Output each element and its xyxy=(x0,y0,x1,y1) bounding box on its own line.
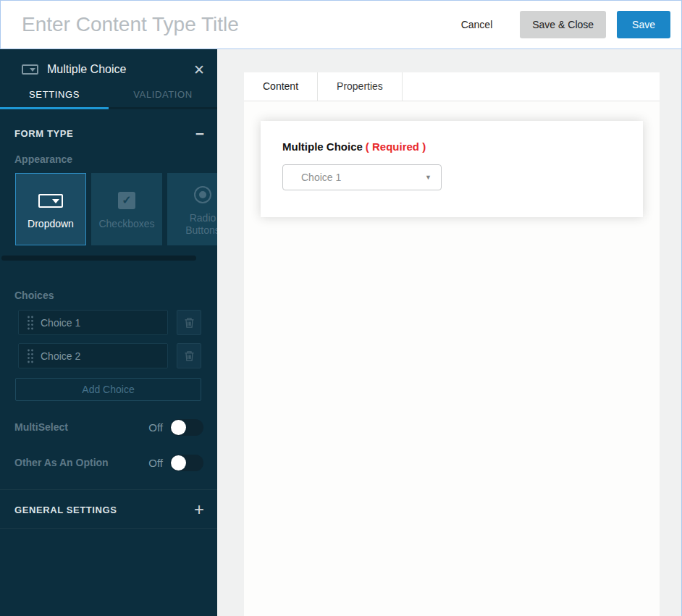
delete-choice-button[interactable] xyxy=(177,343,201,368)
choice-select[interactable]: Choice 1 ▼ xyxy=(282,164,442,190)
trash-icon xyxy=(184,350,195,362)
toggle-knob xyxy=(171,455,186,471)
content-type-title-input[interactable] xyxy=(1,13,461,36)
delete-choice-button[interactable] xyxy=(177,310,201,335)
appearance-option-label: Checkboxes xyxy=(98,218,154,230)
tab-validation[interactable]: VALIDATION xyxy=(109,81,217,109)
collapse-icon[interactable]: − xyxy=(195,129,204,139)
toggle-knob xyxy=(171,420,186,435)
expand-icon[interactable]: + xyxy=(194,504,204,515)
tab-content[interactable]: Content xyxy=(244,72,318,101)
main-area: Content Properties Multiple Choice( Requ… xyxy=(217,49,682,616)
form-builder-window: Cancel Save & Close Save Multiple Choice… xyxy=(0,0,682,616)
required-badge: ( Required ) xyxy=(366,140,426,153)
drag-handle-icon[interactable] xyxy=(27,315,34,331)
trash-icon xyxy=(184,317,195,329)
chevron-down-icon: ▼ xyxy=(425,174,431,181)
other-option-state: Off xyxy=(148,457,163,469)
appearance-option-label: Dropdown xyxy=(28,218,74,230)
drag-handle-icon[interactable] xyxy=(27,348,34,364)
field-name: Multiple Choice xyxy=(282,140,363,153)
multiselect-setting: MultiSelect Off xyxy=(0,418,217,436)
selected-choice-value: Choice 1 xyxy=(301,172,425,183)
choice-field xyxy=(18,310,168,335)
general-settings-heading: GENERAL SETTINGS xyxy=(14,505,117,515)
appearance-options: Dropdown ✓ Checkboxes Radio Buttons xyxy=(15,173,217,245)
add-choice-button[interactable]: Add Choice xyxy=(15,378,201,401)
save-button[interactable]: Save xyxy=(617,11,670,38)
other-option-label: Other As An Option xyxy=(14,457,148,468)
appearance-label: Appearance xyxy=(14,153,217,165)
content-tabs: Content Properties xyxy=(244,72,660,101)
multiselect-state: Off xyxy=(148,421,163,434)
appearance-option-label: Radio Buttons xyxy=(177,212,217,237)
appearance-option-checkboxes[interactable]: ✓ Checkboxes xyxy=(91,173,162,245)
tab-settings[interactable]: SETTINGS xyxy=(0,81,109,109)
content-panel: Content Properties Multiple Choice( Requ… xyxy=(244,72,660,616)
radio-icon xyxy=(194,182,211,207)
appearance-option-dropdown[interactable]: Dropdown xyxy=(15,173,86,245)
cancel-button[interactable]: Cancel xyxy=(461,19,493,30)
other-option-toggle[interactable] xyxy=(170,455,203,471)
sidebar-title: Multiple Choice xyxy=(47,63,193,76)
close-icon[interactable]: ✕ xyxy=(193,63,205,77)
general-settings-section-header[interactable]: GENERAL SETTINGS + xyxy=(0,490,217,529)
choice-field xyxy=(18,343,168,368)
field-settings-sidebar: Multiple Choice ✕ SETTINGS VALIDATION FO… xyxy=(0,49,217,616)
dropdown-field-icon xyxy=(22,64,38,75)
form-type-heading: FORM TYPE xyxy=(14,128,73,139)
choice-row xyxy=(18,310,217,335)
appearance-option-radio-buttons[interactable]: Radio Buttons xyxy=(167,173,217,245)
choices-label: Choices xyxy=(14,290,217,301)
other-option-setting: Other As An Option Off xyxy=(0,454,217,471)
sidebar-tabs: SETTINGS VALIDATION xyxy=(0,81,217,109)
save-and-close-button[interactable]: Save & Close xyxy=(520,11,606,38)
choice-row xyxy=(18,343,217,368)
form-type-section-header[interactable]: FORM TYPE − xyxy=(0,109,217,139)
sidebar-header: Multiple Choice ✕ xyxy=(0,49,217,81)
dropdown-icon xyxy=(38,188,63,213)
choice-2-input[interactable] xyxy=(41,350,167,362)
header-bar: Cancel Save & Close Save xyxy=(0,0,682,49)
field-label: Multiple Choice( Required ) xyxy=(282,140,621,153)
multiselect-toggle[interactable] xyxy=(170,419,203,436)
tab-properties[interactable]: Properties xyxy=(318,72,403,101)
appearance-scrollbar[interactable] xyxy=(1,256,196,261)
field-preview-card: Multiple Choice( Required ) Choice 1 ▼ xyxy=(261,121,643,217)
choice-1-input[interactable] xyxy=(41,317,167,329)
multiselect-label: MultiSelect xyxy=(14,421,148,433)
checkbox-icon: ✓ xyxy=(118,188,135,213)
